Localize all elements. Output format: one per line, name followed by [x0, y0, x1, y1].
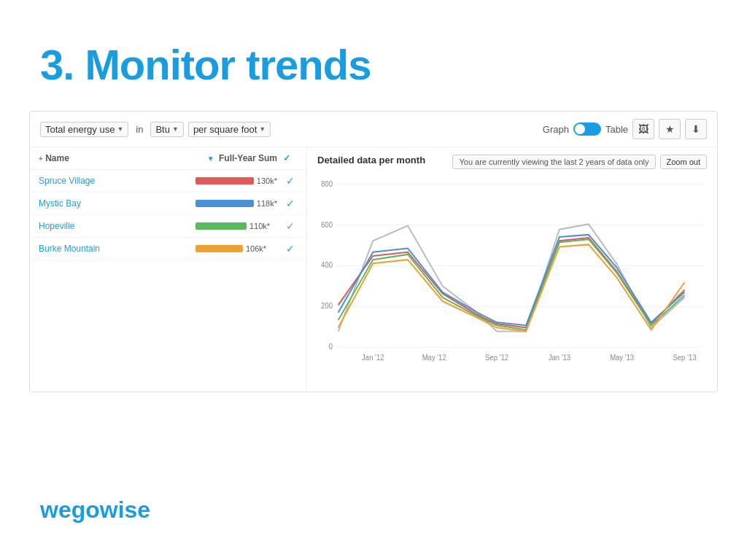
content-area: + Name ▼ Full-Year Sum ✓ Spruce Village … — [30, 147, 717, 392]
zoom-notice: You are currently viewing the last 2 yea… — [452, 155, 707, 169]
row-value-mystic: 118k* — [257, 199, 277, 208]
table-row: Hopeville 110k* ✓ — [30, 215, 306, 238]
row-value-hopeville: 110k* — [249, 222, 270, 230]
svg-text:200: 200 — [321, 302, 333, 310]
dashboard-container: Total energy use ▼ in Btu ▼ per square f… — [29, 111, 718, 392]
svg-text:600: 600 — [321, 220, 333, 228]
logo: wegowise — [40, 497, 150, 524]
metric-label: Total energy use — [45, 124, 115, 135]
toggle-switch[interactable] — [573, 122, 601, 136]
chart-area: 800 600 400 200 0 Jan '12 May '12 Sep '1… — [317, 173, 707, 384]
value-column-sort-icon: ▼ — [207, 155, 214, 163]
table-row: Mystic Bay 118k* ✓ — [30, 192, 306, 215]
row-bar-hopeville: 110k* — [196, 222, 283, 230]
chart-line-mystic — [338, 235, 685, 325]
row-value-burke: 106k* — [246, 244, 266, 253]
row-check-hopeville[interactable]: ✓ — [283, 220, 298, 232]
metric-dropdown[interactable]: Total energy use ▼ — [40, 122, 128, 137]
row-bar-mystic: 118k* — [196, 199, 283, 208]
graph-label: Graph — [543, 124, 569, 135]
svg-text:May '12: May '12 — [422, 353, 446, 361]
table-row: Spruce Village 130k* ✓ — [30, 170, 306, 192]
row-check-spruce[interactable]: ✓ — [283, 175, 298, 187]
value-column-label: Full-Year Sum — [219, 153, 277, 163]
per-dropdown[interactable]: per square foot ▼ — [188, 122, 271, 137]
row-bar-burke: 106k* — [196, 244, 283, 253]
zoom-notice-text: You are currently viewing the last 2 yea… — [452, 155, 655, 169]
download-icon-button[interactable]: ⬇ — [685, 119, 707, 139]
in-text: in — [133, 124, 146, 135]
row-name-spruce[interactable]: Spruce Village — [39, 176, 196, 186]
svg-text:Jan '12: Jan '12 — [362, 353, 384, 361]
image-icon-button[interactable]: 🖼 — [632, 119, 654, 139]
table-label: Table — [605, 124, 628, 135]
unit-dropdown[interactable]: Btu ▼ — [150, 122, 183, 137]
svg-text:Sep '12: Sep '12 — [485, 353, 508, 361]
table-row: Burke Mountain 106k* ✓ — [30, 238, 306, 260]
row-check-mystic[interactable]: ✓ — [283, 198, 298, 209]
row-name-burke[interactable]: Burke Mountain — [39, 244, 196, 254]
check-all-icon: ✓ — [283, 153, 290, 163]
row-name-mystic[interactable]: Mystic Bay — [39, 198, 196, 209]
page-title: 3. Monitor trends — [0, 0, 747, 111]
svg-text:May '13: May '13 — [610, 353, 634, 361]
svg-text:800: 800 — [321, 179, 333, 187]
name-column-label: Name — [45, 153, 69, 163]
row-bar-spruce: 130k* — [196, 176, 283, 185]
svg-text:400: 400 — [321, 261, 333, 269]
chart-title: Detailed data per month — [317, 155, 425, 166]
graph-table-toggle: Graph Table — [543, 122, 628, 136]
chart-line-hopeville — [338, 239, 685, 330]
row-check-burke[interactable]: ✓ — [283, 243, 298, 254]
metric-arrow-icon: ▼ — [117, 125, 123, 133]
name-column-sort-icon: + — [39, 155, 43, 163]
unit-label: Btu — [155, 124, 170, 135]
per-arrow-icon: ▼ — [259, 125, 266, 133]
row-name-hopeville[interactable]: Hopeville — [39, 221, 196, 231]
chart-line-gray — [338, 224, 685, 331]
chart-panel: Detailed data per month You are currentl… — [307, 147, 717, 392]
star-icon-button[interactable]: ★ — [659, 119, 681, 139]
unit-arrow-icon: ▼ — [172, 125, 179, 133]
table-header: + Name ▼ Full-Year Sum ✓ — [30, 147, 306, 170]
toolbar: Total energy use ▼ in Btu ▼ per square f… — [30, 112, 717, 147]
svg-text:Sep '13: Sep '13 — [673, 353, 696, 361]
chart-line-spruce — [338, 238, 685, 327]
svg-text:0: 0 — [329, 343, 333, 351]
table-panel: + Name ▼ Full-Year Sum ✓ Spruce Village … — [30, 147, 307, 392]
per-label: per square foot — [193, 124, 257, 135]
svg-text:Jan '13: Jan '13 — [549, 353, 571, 361]
row-value-spruce: 130k* — [257, 176, 277, 185]
zoom-out-button[interactable]: Zoom out — [660, 155, 707, 169]
